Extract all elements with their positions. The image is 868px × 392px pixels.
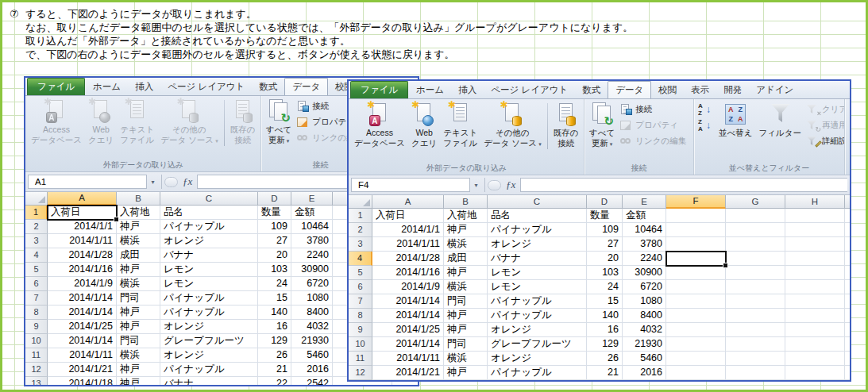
cell[interactable]: 140 bbox=[258, 306, 291, 320]
row-header[interactable]: 9 bbox=[349, 323, 372, 337]
sort-za-descending-button[interactable]: ZA↓ bbox=[696, 117, 716, 133]
cell[interactable]: 5460 bbox=[291, 348, 333, 363]
cell[interactable] bbox=[666, 209, 726, 223]
cell[interactable] bbox=[726, 337, 785, 352]
cell[interactable] bbox=[845, 352, 850, 366]
cell[interactable]: 2014/1/14 bbox=[372, 309, 444, 323]
cell[interactable]: 神戸 bbox=[444, 266, 488, 280]
row-header[interactable]: 11 bbox=[349, 352, 372, 366]
cell[interactable]: 103 bbox=[258, 263, 291, 277]
row-header[interactable]: 10 bbox=[25, 334, 48, 348]
cell[interactable]: 2014/1/11 bbox=[48, 348, 117, 363]
cell[interactable]: パイナップル bbox=[488, 366, 587, 380]
cell[interactable] bbox=[785, 223, 845, 237]
refresh-all-button[interactable]: ↻すべて更新▾ bbox=[586, 101, 618, 161]
formula-input[interactable] bbox=[520, 178, 847, 192]
column-header[interactable]: B bbox=[117, 192, 160, 206]
cell[interactable]: バナナ bbox=[160, 248, 258, 263]
cell[interactable] bbox=[785, 294, 845, 309]
cell[interactable] bbox=[785, 309, 845, 323]
cell[interactable] bbox=[726, 266, 785, 280]
select-all-corner[interactable] bbox=[25, 192, 48, 206]
cell[interactable]: 4032 bbox=[623, 323, 666, 337]
cell[interactable] bbox=[845, 223, 850, 237]
cell[interactable] bbox=[666, 337, 726, 352]
insert-function-button[interactable]: ƒx bbox=[183, 175, 192, 188]
cell[interactable]: 129 bbox=[587, 337, 623, 352]
column-header[interactable]: E bbox=[623, 195, 666, 209]
cell[interactable]: バナナ bbox=[160, 377, 258, 385]
cell[interactable] bbox=[666, 266, 726, 280]
cell[interactable]: 1080 bbox=[623, 294, 666, 309]
cell[interactable]: 数量 bbox=[587, 209, 623, 223]
cell[interactable] bbox=[666, 280, 726, 294]
cell[interactable]: 109 bbox=[587, 223, 623, 237]
cell[interactable]: オレンジ bbox=[160, 320, 258, 334]
file-tab[interactable]: ファイル bbox=[350, 81, 408, 98]
cell[interactable]: 2014/1/9 bbox=[372, 280, 444, 294]
cell[interactable]: レモン bbox=[488, 280, 587, 294]
cell[interactable]: グレープフルーツ bbox=[488, 337, 587, 352]
cell[interactable]: 103 bbox=[587, 266, 623, 280]
row-header[interactable]: 13 bbox=[25, 377, 48, 385]
ribbon-tab[interactable]: 表示 bbox=[684, 82, 716, 98]
cell[interactable] bbox=[666, 323, 726, 337]
row-header[interactable]: 12 bbox=[25, 363, 48, 377]
refresh-all-button[interactable]: ↻すべて更新▾ bbox=[263, 98, 295, 158]
cell[interactable]: 2240 bbox=[623, 252, 666, 266]
cell[interactable]: オレンジ bbox=[488, 323, 587, 337]
cell[interactable]: 金額 bbox=[623, 209, 666, 223]
column-header[interactable]: C bbox=[160, 192, 258, 206]
cell[interactable]: 20 bbox=[258, 248, 291, 263]
cell[interactable] bbox=[666, 352, 726, 366]
cell[interactable]: バナナ bbox=[488, 252, 587, 266]
name-box[interactable]: F4 bbox=[351, 178, 470, 192]
cell[interactable]: 8400 bbox=[291, 306, 333, 320]
ribbon-tab[interactable]: ページ レイアウト bbox=[484, 82, 575, 98]
row-header[interactable]: 2 bbox=[25, 220, 48, 234]
cell[interactable]: 横浜 bbox=[444, 237, 488, 252]
cell[interactable]: 2014/1/11 bbox=[48, 234, 117, 248]
cell[interactable]: 2014/1/21 bbox=[48, 363, 117, 377]
row-header[interactable]: 7 bbox=[25, 291, 48, 306]
cell[interactable]: 門司 bbox=[444, 337, 488, 352]
ribbon-tab[interactable]: ホーム bbox=[86, 79, 128, 95]
text-file-button[interactable]: ✱テキストファイル bbox=[440, 101, 480, 161]
file-tab[interactable]: ファイル bbox=[27, 78, 85, 95]
cell[interactable]: 2014/1/14 bbox=[372, 337, 444, 352]
cell[interactable]: 神戸 bbox=[117, 263, 160, 277]
cell[interactable] bbox=[726, 223, 785, 237]
ribbon-tab[interactable]: 数式 bbox=[575, 82, 608, 98]
column-header[interactable]: E bbox=[291, 192, 333, 206]
name-box-dropdown-icon[interactable]: ▾ bbox=[147, 179, 159, 186]
row-header[interactable]: 4 bbox=[349, 252, 372, 266]
cell[interactable] bbox=[785, 266, 845, 280]
cell[interactable]: 1080 bbox=[291, 291, 333, 306]
ribbon-tab[interactable]: アドイン bbox=[749, 82, 800, 98]
cell[interactable]: 金額 bbox=[291, 206, 333, 220]
cell[interactable]: 15 bbox=[258, 291, 291, 306]
web-query-button[interactable]: ✱Webクエリ bbox=[408, 101, 440, 161]
row-header[interactable]: 3 bbox=[25, 234, 48, 248]
cell[interactable]: 2014/1/25 bbox=[372, 323, 444, 337]
row-header[interactable]: 3 bbox=[349, 237, 372, 252]
insert-function-button[interactable]: ƒx bbox=[506, 179, 515, 191]
cell[interactable] bbox=[666, 366, 726, 380]
cell[interactable]: 成田 bbox=[444, 252, 488, 266]
cell[interactable]: 2014/1/16 bbox=[372, 266, 444, 280]
cell[interactable] bbox=[845, 266, 850, 280]
column-header[interactable]: D bbox=[587, 195, 623, 209]
column-header[interactable]: I bbox=[845, 195, 850, 209]
filter-button[interactable]: フィルター bbox=[756, 101, 804, 161]
cell[interactable] bbox=[726, 366, 785, 380]
cell[interactable]: 10464 bbox=[291, 220, 333, 234]
cell[interactable] bbox=[845, 294, 850, 309]
cell[interactable]: 神戸 bbox=[117, 320, 160, 334]
cell[interactable] bbox=[666, 223, 726, 237]
name-box[interactable]: A1 bbox=[28, 175, 147, 189]
column-header[interactable]: B bbox=[444, 195, 488, 209]
existing-connections-button[interactable]: 既存の接続 bbox=[550, 101, 582, 161]
cell[interactable] bbox=[845, 209, 850, 223]
cell[interactable] bbox=[785, 237, 845, 252]
cell[interactable]: 横浜 bbox=[444, 280, 488, 294]
